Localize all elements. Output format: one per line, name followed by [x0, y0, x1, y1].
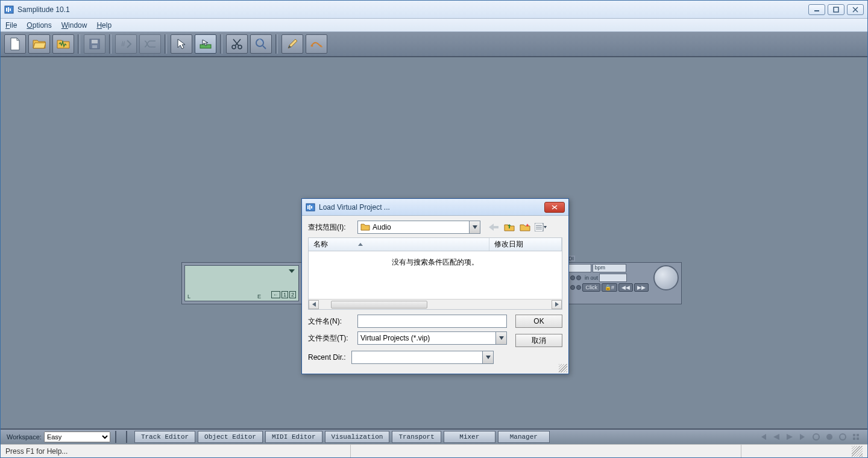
- open-folder-button[interactable]: [28, 34, 50, 54]
- toolbar-separator: [165, 34, 167, 54]
- range-tool-button[interactable]: [195, 34, 216, 54]
- nav-grid-icon[interactable]: [852, 433, 860, 441]
- new-file-button[interactable]: [4, 34, 26, 54]
- sync-led-icon: [576, 275, 581, 280]
- nav-rec-icon[interactable]: [825, 433, 834, 441]
- marker-e: E: [257, 293, 261, 300]
- toolbar-separator: [109, 34, 112, 54]
- lock-button[interactable]: 🔒#: [602, 283, 617, 292]
- file-list[interactable]: 名称 修改日期 没有与搜索条件匹配的项。: [308, 237, 562, 310]
- svg-line-18: [263, 46, 266, 49]
- filetype-label: 文件类型(T):: [308, 333, 354, 344]
- maximize-button[interactable]: [828, 4, 844, 15]
- nav-next-icon[interactable]: [785, 433, 794, 441]
- panel-track-editor[interactable]: Track Editor: [134, 431, 195, 443]
- new-folder-button[interactable]: [519, 221, 531, 233]
- svg-point-32: [826, 434, 832, 440]
- save-button[interactable]: [84, 34, 105, 54]
- scroll-right-button[interactable]: [552, 300, 562, 309]
- workspace-select[interactable]: Easy: [44, 431, 110, 442]
- sync-panel: bpm syncin out MIDIClick🔒#◀◀▶▶: [558, 264, 649, 292]
- app-icon: [4, 5, 14, 14]
- dialog-close-button[interactable]: [544, 202, 565, 213]
- view-menu-button[interactable]: [535, 221, 547, 233]
- panel-manager[interactable]: Manager: [498, 431, 550, 443]
- chevron-down-icon[interactable]: [495, 332, 506, 344]
- panel-mixer[interactable]: Mixer: [444, 431, 495, 443]
- dialog-title: Load Virtual Project ...: [319, 203, 544, 212]
- sync-led-icon: [570, 275, 575, 280]
- resize-grip[interactable]: [559, 364, 567, 372]
- toolbar-separator: [275, 34, 278, 54]
- jog-wheel[interactable]: [653, 265, 679, 290]
- dialog-icon: [306, 202, 315, 212]
- forward-button[interactable]: ▶▶: [634, 283, 649, 292]
- rewind-button[interactable]: ◀◀: [618, 283, 633, 292]
- click-button[interactable]: Click: [582, 283, 600, 292]
- workspace: ←12 L E MIDI bpm syncin out MIDIClick🔒#◀…: [1, 57, 867, 428]
- chevron-down-icon[interactable]: [482, 351, 493, 363]
- nav-loop-icon[interactable]: [838, 433, 847, 441]
- menu-window[interactable]: Window: [61, 21, 87, 30]
- recent-select[interactable]: [351, 351, 494, 364]
- close-button[interactable]: [847, 4, 864, 15]
- svg-text:#: #: [121, 40, 125, 48]
- marker-button[interactable]: #: [115, 34, 137, 54]
- midi-led-icon: [576, 285, 581, 290]
- svg-rect-23: [309, 205, 310, 210]
- zoom-tool-button[interactable]: [250, 34, 272, 54]
- filetype-select[interactable]: Virtual Projects (*.vip): [357, 331, 507, 345]
- nav-start-icon[interactable]: [759, 433, 767, 441]
- status-segment: [350, 445, 459, 457]
- curve-tool-button[interactable]: [306, 34, 327, 54]
- menu-options[interactable]: Options: [27, 21, 51, 30]
- column-name[interactable]: 名称: [309, 238, 489, 251]
- nav-stop-icon[interactable]: [812, 433, 820, 441]
- chevron-down-icon[interactable]: [469, 221, 480, 233]
- status-segment: [741, 445, 849, 457]
- svg-rect-33: [853, 434, 855, 436]
- filename-input[interactable]: [357, 315, 507, 328]
- svg-rect-22: [307, 205, 309, 209]
- svg-rect-3: [10, 8, 11, 11]
- horizontal-scrollbar[interactable]: [309, 299, 562, 309]
- nav-prev-icon[interactable]: [772, 433, 781, 441]
- pointer-tool-button[interactable]: [171, 34, 192, 54]
- marker-l: L: [187, 293, 190, 300]
- cancel-button[interactable]: 取消: [515, 334, 562, 347]
- folder-icon: [360, 223, 370, 231]
- panel-transport[interactable]: Transport: [392, 431, 441, 443]
- lookin-value: Audio: [373, 223, 391, 231]
- dropdown-triangle-icon[interactable]: [289, 269, 295, 273]
- panel-visualization[interactable]: Visualization: [325, 431, 390, 443]
- menu-help[interactable]: Help: [96, 21, 112, 30]
- ok-button[interactable]: OK: [515, 315, 562, 328]
- scroll-thumb[interactable]: [331, 301, 427, 309]
- menu-file[interactable]: File: [5, 21, 17, 30]
- lookin-select[interactable]: Audio: [357, 221, 480, 234]
- transport-lcd[interactable]: ←12 L E: [184, 265, 299, 301]
- svg-rect-9: [92, 40, 98, 43]
- cut-tool-button[interactable]: [226, 34, 248, 54]
- draw-tool-button[interactable]: [281, 34, 303, 54]
- recent-label: Recent Dir.:: [308, 353, 348, 362]
- bottombar: Workspace: Easy Track Editor Object Edit…: [1, 428, 867, 444]
- up-folder-button[interactable]: [503, 221, 515, 233]
- column-date[interactable]: 修改日期: [489, 238, 562, 251]
- scroll-left-button[interactable]: [309, 300, 319, 309]
- dialog-titlebar[interactable]: Load Virtual Project ...: [302, 199, 568, 216]
- signature-select[interactable]: [599, 274, 627, 282]
- resize-grip[interactable]: [852, 446, 863, 457]
- minimize-button[interactable]: [808, 4, 825, 15]
- panel-midi-editor[interactable]: MIDI Editor: [265, 431, 322, 443]
- crossfade-button[interactable]: [139, 34, 161, 54]
- svg-rect-35: [853, 438, 855, 440]
- bpm-select[interactable]: bpm: [593, 264, 626, 272]
- filename-label: 文件名(N):: [308, 316, 354, 327]
- statusbar: Press F1 for Help...: [1, 444, 867, 457]
- open-audio-button[interactable]: [52, 34, 74, 54]
- back-button: [488, 221, 500, 233]
- nav-end-icon[interactable]: [799, 433, 807, 441]
- panel-object-editor[interactable]: Object Editor: [198, 431, 263, 443]
- titlebar: Samplitude 10.1: [1, 1, 867, 19]
